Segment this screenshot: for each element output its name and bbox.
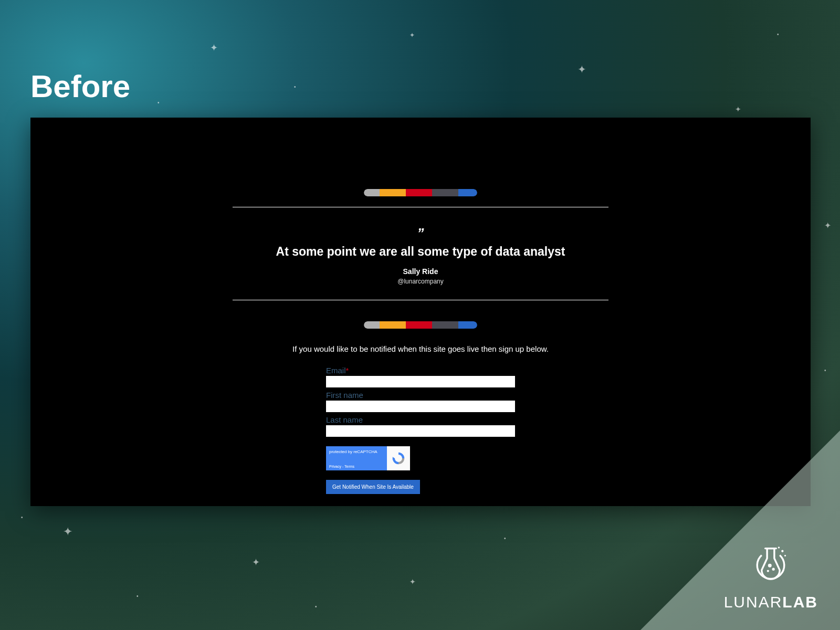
recaptcha-icon [391, 451, 406, 466]
svg-point-3 [772, 568, 775, 571]
lastname-field[interactable] [326, 425, 515, 437]
slide-title: Before [30, 68, 130, 104]
quote-text: At some point we are all some type of da… [276, 245, 565, 259]
divider [233, 300, 608, 300]
quote-author: Sally Ride [403, 267, 438, 276]
firstname-field[interactable] [326, 401, 515, 412]
firstname-label: First name [326, 391, 515, 400]
svg-point-2 [768, 564, 772, 568]
svg-point-6 [778, 547, 780, 548]
divider [233, 207, 608, 207]
quote-mark-icon: ” [417, 225, 424, 242]
svg-point-4 [767, 570, 769, 572]
svg-point-7 [784, 555, 786, 556]
quote-handle: @lunarcompany [397, 278, 444, 285]
recaptcha-badge[interactable]: protected by reCAPTCHA Privacy - Terms [326, 446, 410, 470]
brand-name: LUNARLAB [724, 593, 818, 611]
submit-button[interactable]: Get Notified When Site Is Available [326, 480, 420, 494]
flask-moon-icon [748, 544, 793, 589]
email-field[interactable] [326, 376, 515, 387]
recaptcha-privacy-link[interactable]: Privacy [329, 465, 341, 468]
signup-intro: If you would like to be notified when th… [292, 344, 549, 353]
recaptcha-text: protected by reCAPTCHA Privacy - Terms [326, 446, 387, 470]
lastname-label: Last name [326, 415, 515, 424]
brand-logo: LUNARLAB [724, 544, 818, 611]
svg-point-5 [782, 550, 784, 552]
color-accent-bar [364, 321, 477, 329]
recaptcha-terms-link[interactable]: Terms [344, 465, 354, 468]
email-label: Email* [326, 366, 515, 375]
required-mark: * [346, 366, 349, 375]
signup-form: Email* First name Last name protected by… [326, 363, 515, 494]
color-accent-bar [364, 189, 477, 196]
